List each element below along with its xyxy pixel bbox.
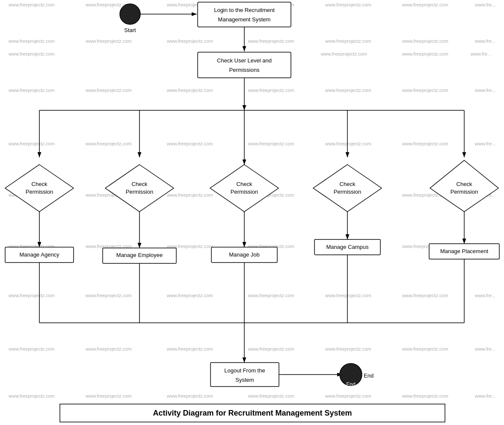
watermark: www.freeprojectz.com xyxy=(166,192,213,198)
wm-r2b: www.freeprojectz.com xyxy=(8,51,55,56)
watermark: www.freeprojectz.com xyxy=(248,141,294,146)
watermark: www.fre... xyxy=(474,88,495,93)
checklevel-box xyxy=(198,52,291,78)
start-circle xyxy=(120,4,140,24)
diamond1-text-line1: Check xyxy=(32,181,47,187)
manage-job-text: Manage Job xyxy=(229,251,260,258)
logout-text-line2: System xyxy=(235,377,254,383)
wm-r2e: www.fre... xyxy=(470,51,491,56)
watermark: www.fre... xyxy=(474,346,495,351)
watermark: www.freeprojectz.com xyxy=(8,346,55,351)
diamond2-text-line2: Permission xyxy=(126,189,153,195)
logout-text-line1: Logout From the xyxy=(224,367,265,374)
manage-campus-text: Manage Campus xyxy=(326,244,369,250)
login-text-line2: Management System xyxy=(218,16,271,23)
watermark: www.freeprojectz.com xyxy=(8,293,55,298)
manage-employee-text: Manage Employee xyxy=(116,252,163,258)
watermark: www.freeprojectz.com xyxy=(402,346,448,351)
diamond3-text-line1: Check xyxy=(237,181,252,187)
watermark: www.freeprojectz.com xyxy=(166,346,213,351)
watermark: www.freeprojectz.com xyxy=(8,393,55,398)
checklevel-text-line2: Permissions xyxy=(229,67,260,73)
watermark: www.freeprojectz.com xyxy=(8,2,55,7)
watermark: www.freeprojectz.com xyxy=(166,88,213,93)
watermark: www.freeprojectz.com xyxy=(325,141,371,146)
login-text-line1: Login to the Recruitment xyxy=(214,7,275,13)
watermark: www.freeprojectz.com xyxy=(248,88,294,93)
watermark: www.freeprojectz.com xyxy=(402,88,448,93)
watermark: www.fre... xyxy=(474,293,495,298)
watermark: www.freeprojectz.com xyxy=(8,38,55,44)
watermark: www.freeprojectz.com xyxy=(85,393,132,398)
end-label-text: End xyxy=(364,372,374,379)
watermark: www.freeprojectz.com xyxy=(248,393,294,398)
watermark: www.freeprojectz.com xyxy=(325,346,371,351)
watermark: www.freeprojectz.com xyxy=(166,393,213,398)
watermark: www.freeprojectz.com xyxy=(85,38,132,44)
watermark: www.freeprojectz.com xyxy=(166,141,213,146)
manage-agency-text: Manage Agency xyxy=(19,251,59,258)
caption-text: Activity Diagram for Recruitment Managem… xyxy=(153,409,352,417)
diamond1-text-line2: Permission xyxy=(26,189,53,195)
watermark: www.freeprojectz.com xyxy=(402,2,448,7)
watermark: www.freeprojectz.com xyxy=(402,293,448,298)
wm-r2d: www.freeprojectz.com xyxy=(402,51,448,56)
watermark: www.freeprojectz.com xyxy=(85,88,132,93)
login-box xyxy=(198,2,291,27)
watermark: www.freeprojectz.com xyxy=(85,293,132,298)
diamond5-text-line1: Check xyxy=(457,181,472,187)
watermark: www.freeprojectz.com xyxy=(402,38,448,44)
watermark: www.freeprojectz.com xyxy=(325,393,371,398)
end-label-below: End xyxy=(346,381,355,387)
watermark: www.freeprojectz.com xyxy=(8,141,55,146)
wm-r2c: www.freeprojectz.com xyxy=(320,51,367,56)
manage-placement-text: Manage Placement xyxy=(440,248,488,254)
watermark: www.freeprojectz.com xyxy=(248,346,294,351)
watermark: www.fre... xyxy=(474,2,495,7)
diagram-container: www.freeprojectz.com www.freeprojectz.co… xyxy=(0,0,504,425)
watermark: www.freeprojectz.com xyxy=(85,141,132,146)
watermark: www.freeprojectz.com xyxy=(325,2,371,7)
watermark: www.freeprojectz.com xyxy=(325,88,371,93)
watermark: www.fre... xyxy=(474,38,495,44)
watermark: www.freeprojectz.com xyxy=(166,293,213,298)
diamond3-text-line2: Permission xyxy=(231,189,258,195)
watermark: www.freeprojectz.com xyxy=(8,88,55,93)
diamond5-text-line2: Permission xyxy=(451,189,478,195)
diamond4-text-line1: Check xyxy=(340,181,356,187)
watermark: www.freeprojectz.com xyxy=(85,346,132,351)
watermark: www.freeprojectz.com xyxy=(248,293,294,298)
checklevel-text-line1: Check User Level and xyxy=(217,57,272,64)
start-label: Start xyxy=(124,27,136,33)
watermark: www.fre... xyxy=(474,393,495,398)
watermark: www.freeprojectz.com xyxy=(402,393,448,398)
watermark: www.fre... xyxy=(474,141,495,146)
watermark: www.freeprojectz.com xyxy=(166,38,213,44)
watermark: www.freeprojectz.com xyxy=(248,38,294,44)
diamond2-text-line1: Check xyxy=(132,181,148,187)
diamond4-text-line2: Permission xyxy=(334,189,361,195)
watermark: www.freeprojectz.com xyxy=(325,293,371,298)
watermark: www.freeprojectz.com xyxy=(325,38,371,44)
watermark: www.freeprojectz.com xyxy=(402,141,448,146)
